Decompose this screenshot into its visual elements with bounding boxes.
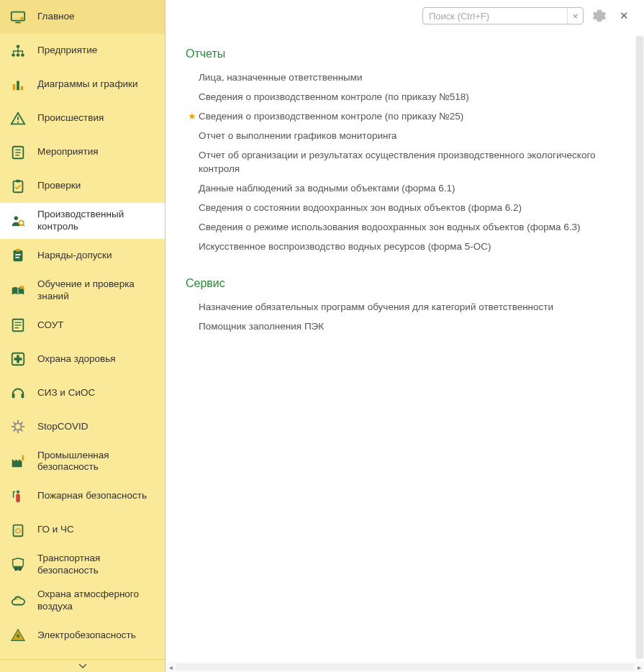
sidebar-item-label: Главное xyxy=(37,11,158,23)
star-icon[interactable]: ★ xyxy=(186,110,199,122)
star-icon[interactable] xyxy=(186,91,199,91)
report-link[interactable]: Сведения о режиме использования водоохра… xyxy=(199,221,581,234)
star-icon[interactable] xyxy=(186,301,199,301)
sidebar-item-5[interactable]: Проверки xyxy=(0,169,165,203)
report-link[interactable]: Сведения о производственном контроле (по… xyxy=(199,91,469,104)
car-shield-icon xyxy=(10,557,26,573)
svg-rect-44 xyxy=(16,494,20,502)
svg-point-5 xyxy=(17,53,20,57)
svg-rect-24 xyxy=(15,257,19,258)
search-input[interactable] xyxy=(423,11,567,22)
horizontal-scrollbar-track[interactable] xyxy=(176,663,634,671)
sidebar-item-7[interactable]: Наряды-допуски xyxy=(0,239,165,273)
star-icon[interactable] xyxy=(186,320,199,321)
svg-rect-1 xyxy=(15,22,20,23)
sidebar-item-3[interactable]: Происшествия xyxy=(0,101,165,135)
list-item: Отчет о выполнении графиков мониторинга xyxy=(186,127,624,146)
sidebar-item-0[interactable]: Главное xyxy=(0,0,165,34)
svg-point-18 xyxy=(14,216,19,220)
sidebar-item-11[interactable]: СИЗ и СиОС xyxy=(0,376,165,410)
sidebar-item-14[interactable]: Пожарная безопасность xyxy=(0,479,165,513)
virus-icon xyxy=(10,419,26,435)
sidebar-item-12[interactable]: StopCOVID xyxy=(0,410,165,444)
star-icon[interactable] xyxy=(186,130,199,130)
sidebar-item-label: Проверки xyxy=(37,180,158,192)
sidebar-more-arrow[interactable] xyxy=(0,659,165,672)
headphones-icon xyxy=(10,385,26,401)
report-link[interactable]: Отчет об организации и результатах осуще… xyxy=(199,149,624,175)
report-link[interactable]: Сведения о производственном контроле (по… xyxy=(199,110,463,123)
list-item: Сведения о производственном контроле (по… xyxy=(186,87,624,106)
list-item: Лица, назначенные ответственными xyxy=(186,68,624,87)
sidebar-item-4[interactable]: Мероприятия xyxy=(0,135,165,169)
sidebar: ГлавноеПредприятиеДиаграммы и графикиПро… xyxy=(0,0,165,672)
svg-rect-16 xyxy=(14,181,23,192)
sidebar-item-10[interactable]: Охрана здоровья xyxy=(0,342,165,376)
person-search-icon xyxy=(10,213,26,229)
svg-line-20 xyxy=(23,224,24,226)
svg-rect-31 xyxy=(14,358,22,360)
star-icon[interactable] xyxy=(186,201,199,202)
sidebar-item-13[interactable]: Промышленная безопасность xyxy=(0,444,165,480)
svg-point-2 xyxy=(20,17,24,20)
report-link[interactable]: Сведения о состоянии водоохранных зон во… xyxy=(199,201,522,214)
list-item: Помощник заполнения ПЭК xyxy=(186,317,624,336)
scroll-left-arrow[interactable]: ◂ xyxy=(165,662,176,672)
sidebar-item-15[interactable]: ГО и ЧС xyxy=(0,513,165,547)
panel-close-button[interactable]: ✕ xyxy=(615,7,632,24)
sidebar-item-9[interactable]: СОУТ xyxy=(0,309,165,342)
report-link[interactable]: Данные наблюдений за водными объектами (… xyxy=(199,182,455,195)
sidebar-item-label: Мероприятия xyxy=(37,146,158,158)
list-item: Отчет об организации и результатах осуще… xyxy=(186,146,624,178)
report-link[interactable]: Лица, назначенные ответственными xyxy=(199,71,363,84)
sidebar-item-label: СИЗ и СиОС xyxy=(37,387,158,399)
report-link[interactable]: Назначение обязательных программ обучени… xyxy=(199,301,553,314)
sidebar-item-2[interactable]: Диаграммы и графики xyxy=(0,68,165,101)
list-item: Сведения о режиме использования водоохра… xyxy=(186,218,624,237)
report-link[interactable]: Отчет о выполнении графиков мониторинга xyxy=(199,130,397,142)
report-link[interactable]: Искусственное воспроизводство водных рес… xyxy=(199,240,491,253)
vertical-scrollbar[interactable] xyxy=(635,36,644,659)
sidebar-item-16[interactable]: Транспортная безопасность xyxy=(0,547,165,583)
sidebar-item-6[interactable]: Производственный контроль xyxy=(0,203,165,239)
svg-rect-9 xyxy=(21,86,24,90)
svg-rect-10 xyxy=(17,117,19,120)
svg-point-49 xyxy=(14,569,17,571)
settings-button[interactable] xyxy=(591,7,608,24)
star-icon[interactable] xyxy=(186,182,199,183)
scroll-right-arrow[interactable]: ▸ xyxy=(634,662,644,672)
sidebar-item-17[interactable]: Охрана атмосферного воздуха xyxy=(0,583,165,619)
star-icon[interactable] xyxy=(186,221,199,222)
vertical-scrollbar-thumb[interactable] xyxy=(636,36,643,659)
svg-rect-22 xyxy=(16,249,20,252)
sidebar-item-label: StopCOVID xyxy=(37,421,158,433)
search-clear-button[interactable]: × xyxy=(567,8,583,24)
svg-rect-21 xyxy=(14,250,23,262)
list-item: Данные наблюдений за водными объектами (… xyxy=(186,178,624,198)
sidebar-item-label: Транспортная безопасность xyxy=(37,553,158,577)
star-icon[interactable] xyxy=(186,71,199,72)
clipboard-check-icon xyxy=(10,178,26,194)
svg-rect-23 xyxy=(15,254,20,255)
svg-point-6 xyxy=(21,53,24,57)
chart-icon xyxy=(10,77,26,93)
sidebar-item-8[interactable]: Обучение и проверка знаний xyxy=(0,273,165,309)
svg-line-41 xyxy=(14,430,16,432)
monitor-icon xyxy=(10,9,26,25)
section-title: Сервис xyxy=(186,277,624,290)
chevron-down-icon xyxy=(79,664,86,668)
badge-icon xyxy=(10,248,26,263)
list-item: Назначение обязательных программ обучени… xyxy=(186,297,624,317)
report-link[interactable]: Помощник заполнения ПЭК xyxy=(199,320,324,333)
sidebar-item-label: Пожарная безопасность xyxy=(37,490,158,502)
star-icon[interactable] xyxy=(186,240,199,241)
horizontal-scrollbar[interactable]: ◂ ▸ xyxy=(165,662,644,672)
sidebar-item-label: Производственный контроль xyxy=(37,209,158,233)
sidebar-item-1[interactable]: Предприятие xyxy=(0,34,165,68)
star-icon[interactable] xyxy=(186,149,199,150)
sidebar-item-18[interactable]: Электробезопасность xyxy=(0,619,165,653)
civil-defence-icon xyxy=(10,522,26,538)
sidebar-item-label: Промышленная безопасность xyxy=(37,450,158,474)
list-item: ★Сведения о производственном контроле (п… xyxy=(186,106,624,126)
gear-icon xyxy=(592,9,607,23)
